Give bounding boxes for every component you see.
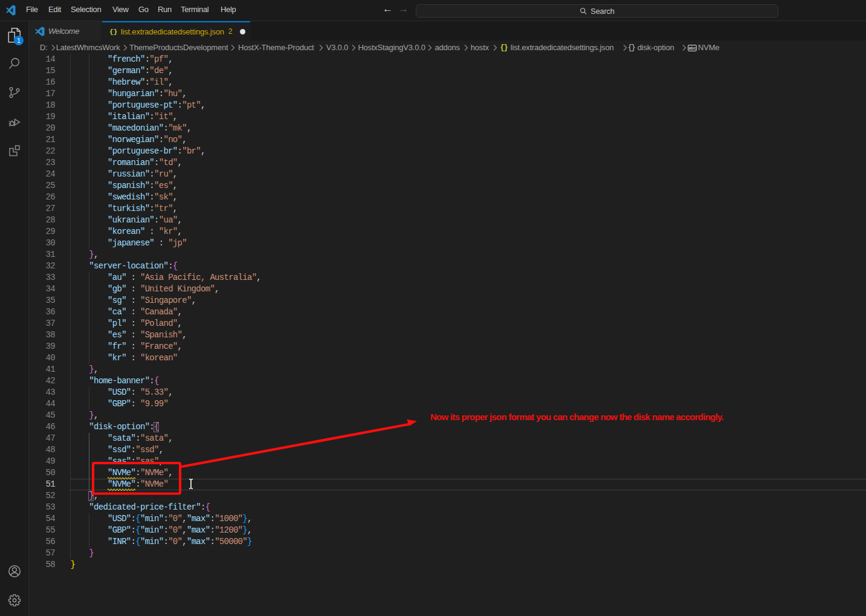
svg-text:abc: abc [688, 46, 696, 50]
